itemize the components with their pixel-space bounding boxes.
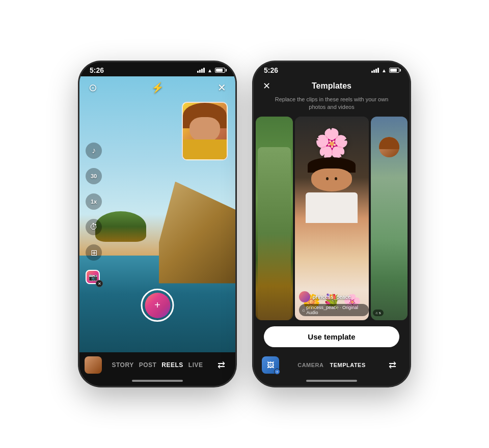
template-bg-center: 🌸 <box>295 117 369 320</box>
island-bg <box>95 211 146 242</box>
templates-nav-left: 🖼 + <box>262 356 279 374</box>
camera-nav-items: STORY POST REELS LIVE <box>112 361 203 369</box>
camera-nav: STORY POST REELS LIVE ⇄ <box>85 356 230 374</box>
home-indicator <box>79 376 235 386</box>
audio-icon: ♫ <box>302 308 305 313</box>
templates-screen: ✕ Templates Replace the clips in these r… <box>254 76 410 376</box>
camera-bottom-nav: STORY POST REELS LIVE ⇄ <box>79 352 235 376</box>
camera-top-controls: ⊙ ⚡ ✕ <box>79 76 235 99</box>
templates-carousel: 🌸 <box>254 117 410 320</box>
template-card-center[interactable]: 🌸 <box>295 117 369 320</box>
template-audio-text: princess_peace · Original Audio <box>307 305 366 315</box>
templates-bottom-nav: 🖼 + CAMERA TEMPLATES ⇄ <box>254 353 410 376</box>
template-user-info: princess_peace ♫ princess_peace · Origin… <box>299 291 369 316</box>
right-card-audio: ♫ s <box>373 310 384 316</box>
wifi-icon-2: ▲ <box>382 68 387 73</box>
wifi-icon: ▲ <box>207 68 212 73</box>
close-icon[interactable]: ✕ <box>218 81 226 94</box>
use-template-button[interactable]: Use template <box>264 326 399 347</box>
phone-templates: 5:26 ▲ ✕ Templates Replace the clip <box>253 61 411 387</box>
nav-reels[interactable]: REELS <box>161 361 183 369</box>
effects-x-badge: ✕ <box>96 280 103 287</box>
template-card-left[interactable] <box>256 117 293 320</box>
selfie-preview <box>182 102 228 160</box>
shutter-area: + <box>141 289 174 322</box>
template-avatar <box>299 291 310 302</box>
phone-camera: 5:26 ▲ ⊙ <box>78 61 236 387</box>
flip-camera-button[interactable]: ⇄ <box>213 356 230 374</box>
camera-viewfinder[interactable]: ⊙ ⚡ ✕ ♪ 30 1x ⏱ ⊞ 📷 <box>79 76 235 352</box>
home-indicator-2 <box>254 376 410 386</box>
template-bg-left <box>256 117 293 320</box>
templates-nav-items: CAMERA TEMPLATES <box>297 362 366 368</box>
selfie-face <box>183 103 227 159</box>
selfie-shirt <box>183 139 227 159</box>
gallery-thumbnail[interactable] <box>85 356 102 374</box>
signal-icon-2 <box>371 68 379 73</box>
time-display: 5:26 <box>90 66 104 74</box>
phones-container: 5:26 ▲ ⊙ <box>58 41 431 407</box>
template-bg-right <box>371 117 408 320</box>
nav-camera[interactable]: CAMERA <box>297 362 323 368</box>
speed-button[interactable]: 1x <box>86 193 102 210</box>
battery-icon-2 <box>389 68 399 73</box>
gallery-plus-icon: + <box>274 369 280 375</box>
timer-button[interactable]: 30 <box>86 168 102 184</box>
status-bar-camera: 5:26 ▲ <box>79 62 235 76</box>
template-username: princess_peace <box>313 294 351 300</box>
nav-live[interactable]: LIVE <box>188 361 203 369</box>
countdown-button[interactable]: ⏱ <box>86 219 102 235</box>
nav-templates[interactable]: TEMPLATES <box>330 362 365 368</box>
layout-button[interactable]: ⊞ <box>86 244 102 261</box>
music-button[interactable]: ♪ <box>86 143 102 159</box>
selfie-skin <box>189 117 220 143</box>
flip-camera-button-2[interactable]: ⇄ <box>384 356 401 374</box>
home-bar <box>132 380 183 382</box>
template-card-right[interactable]: ♫ s <box>371 117 408 320</box>
effects-button[interactable]: 📷 ✕ <box>86 270 102 286</box>
battery-icon <box>215 68 225 73</box>
template-user-row: princess_peace <box>299 291 369 302</box>
home-bar-2 <box>306 380 357 382</box>
nav-story[interactable]: STORY <box>112 361 133 369</box>
status-bar-templates: 5:26 ▲ <box>254 62 410 76</box>
camera-side-controls: ♪ 30 1x ⏱ ⊞ 📷 ✕ <box>86 143 102 286</box>
flash-icon[interactable]: ⚡ <box>151 81 164 94</box>
nav-post[interactable]: POST <box>139 361 157 369</box>
templates-header: ✕ Templates <box>254 76 410 96</box>
status-icons-2: ▲ <box>371 68 399 73</box>
shutter-inner-icon: + <box>145 293 170 318</box>
template-audio-info: ♫ princess_peace · Original Audio <box>299 304 369 316</box>
status-icons: ▲ <box>197 68 225 73</box>
templates-close-button[interactable]: ✕ <box>263 80 270 92</box>
shutter-button[interactable]: + <box>141 289 174 322</box>
time-display-2: 5:26 <box>264 66 278 74</box>
gallery-icon[interactable]: 🖼 + <box>262 356 279 374</box>
effects-icon[interactable]: ⊙ <box>89 81 97 94</box>
signal-icon <box>197 68 205 73</box>
templates-subtitle: Replace the clips in these reels with yo… <box>254 96 410 117</box>
use-template-area: Use template <box>254 320 410 353</box>
templates-title: Templates <box>312 81 351 91</box>
